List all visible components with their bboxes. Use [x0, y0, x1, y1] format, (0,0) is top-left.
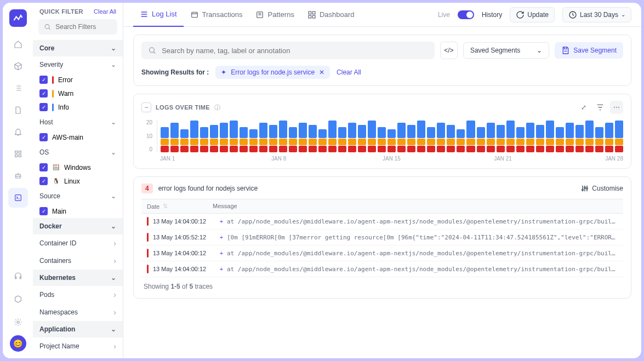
live-label: Live: [438, 11, 450, 19]
save-segment-button[interactable]: Save Segment: [555, 42, 623, 59]
results-for-label: Showing Results for :: [141, 68, 209, 76]
filter-subgroup[interactable]: Container ID: [33, 234, 123, 252]
svg-rect-12: [309, 12, 311, 14]
th-message[interactable]: Message: [213, 203, 618, 210]
tab-transactions[interactable]: Transactions: [184, 3, 249, 27]
quick-filter-title: QUICK FILTER: [39, 8, 83, 15]
filter-checkbox[interactable]: ✓AWS-main: [33, 130, 123, 144]
svg-rect-2: [15, 154, 17, 157]
svg-rect-3: [19, 154, 21, 157]
expand-log-icon[interactable]: +: [216, 266, 227, 272]
pager: Showing 1-5 of 5 traces: [141, 277, 623, 291]
filter-checkbox[interactable]: ✓Main: [33, 204, 123, 218]
subgroup-host[interactable]: Host: [33, 114, 123, 130]
sliders-icon: [580, 184, 589, 193]
info-icon[interactable]: ⓘ: [214, 104, 220, 112]
th-date[interactable]: Date⇅: [147, 203, 213, 210]
group-core[interactable]: Core: [33, 40, 123, 56]
filter-icon[interactable]: [594, 101, 607, 114]
results-panel: 4 error logs found for nodejs service Cu…: [133, 176, 631, 299]
log-row[interactable]: 13 May 14:04:00:12+at /app/node_modules/…: [141, 245, 623, 261]
code-button[interactable]: </>: [440, 42, 458, 59]
logo[interactable]: [9, 9, 27, 27]
svg-point-20: [586, 188, 588, 190]
filter-subgroup[interactable]: Namespaces: [33, 303, 123, 321]
log-row[interactable]: 13 May 14:04:00:12+at /app/node_modules/…: [141, 214, 623, 230]
clear-all-link[interactable]: Clear All: [337, 68, 361, 76]
subgroup-source[interactable]: Source: [33, 188, 123, 204]
main-search-input[interactable]: [141, 42, 435, 59]
live-toggle[interactable]: [458, 10, 474, 19]
group-docker[interactable]: Docker: [33, 218, 123, 234]
subgroup-os[interactable]: OS: [33, 144, 123, 161]
saved-segments-dropdown[interactable]: Saved Segments⌄: [463, 42, 549, 59]
avatar[interactable]: 😊: [10, 335, 26, 352]
tab-patterns[interactable]: Patterns: [249, 3, 300, 27]
group-application[interactable]: Application: [33, 321, 123, 337]
nav-cube-icon[interactable]: [8, 56, 28, 76]
customise-button[interactable]: Customise: [580, 184, 623, 193]
nav-home-icon[interactable]: [8, 35, 28, 54]
expand-log-icon[interactable]: +: [216, 234, 227, 240]
expand-icon[interactable]: ⤢: [577, 101, 590, 114]
svg-rect-10: [191, 12, 197, 17]
subgroup-severity[interactable]: Severity: [33, 56, 123, 73]
log-row[interactable]: 13 May 14:05:52:12+[0m [91mERROR[0m [37m…: [141, 230, 623, 245]
nav-file-icon[interactable]: [8, 100, 28, 120]
filter-subgroup[interactable]: Project Name: [33, 337, 123, 355]
filter-checkbox[interactable]: ✓Error: [33, 73, 123, 87]
nav-logs-icon[interactable]: [8, 188, 28, 208]
filter-checkbox[interactable]: ✓Warn: [33, 87, 123, 100]
svg-point-8: [17, 321, 19, 323]
chevron-down-icon: ⌄: [537, 47, 542, 54]
nav-bell-icon[interactable]: [8, 122, 28, 142]
nav-settings-icon[interactable]: [8, 312, 28, 332]
filter-checkbox[interactable]: ✓Info: [33, 100, 123, 114]
date-range-button[interactable]: Last 30 Days ⌄: [562, 7, 631, 22]
filter-checkbox[interactable]: ✓🪟Windows: [33, 161, 123, 174]
svg-rect-1: [19, 151, 21, 153]
group-kubernetes[interactable]: Kubernetes: [33, 270, 123, 286]
svg-point-9: [45, 25, 49, 29]
more-icon[interactable]: ⋯: [610, 101, 623, 114]
collapse-chart-button[interactable]: −: [141, 102, 151, 112]
clock-icon: [568, 10, 577, 19]
chevron-down-icon: ⌄: [621, 12, 625, 18]
nav-headset-icon[interactable]: [8, 266, 28, 286]
results-text: error logs found for nodejs service: [158, 185, 258, 192]
chart-bars: [157, 119, 623, 152]
svg-point-5: [16, 176, 17, 176]
filter-subgroup[interactable]: Pods: [33, 286, 123, 303]
nav-bot-icon[interactable]: [8, 166, 28, 186]
tab-dashboard[interactable]: Dashboard: [301, 3, 361, 27]
clear-all-filters[interactable]: Clear All: [94, 8, 116, 15]
nav-box-icon[interactable]: [8, 289, 28, 309]
expand-log-icon[interactable]: +: [216, 250, 227, 256]
chart-y-axis: 20100: [141, 119, 157, 152]
nav-grid-icon[interactable]: [8, 144, 28, 164]
error-count-badge: 4: [141, 184, 153, 193]
icon-sidebar: 😊: [3, 3, 33, 358]
svg-point-6: [19, 176, 19, 176]
chart-title: LOGS OVER TIME: [156, 104, 210, 111]
chart-panel: − LOGS OVER TIME ⓘ ⤢ ⋯ 20100 JAN 1JAN 8J…: [133, 94, 631, 169]
svg-rect-15: [312, 15, 315, 18]
refresh-icon: [516, 10, 525, 19]
update-button[interactable]: Update: [510, 7, 555, 22]
svg-point-18: [582, 189, 584, 191]
chip-remove-icon[interactable]: ✕: [319, 68, 324, 76]
filter-chip[interactable]: ✦ Error logs for node.js service ✕: [215, 66, 330, 79]
search-filters-input[interactable]: [38, 19, 117, 35]
expand-log-icon[interactable]: +: [216, 218, 227, 225]
svg-point-19: [584, 187, 586, 188]
filter-sidebar: QUICK FILTER Clear All Core Severity ✓Er…: [33, 3, 123, 358]
chart-x-axis: JAN 1JAN 8JAN 15JAN 21JAN 28: [160, 156, 623, 162]
search-panel: </> Saved Segments⌄ Save Segment Showing…: [133, 35, 631, 86]
filter-subgroup[interactable]: Containers: [33, 252, 123, 270]
log-row[interactable]: 13 May 14:04:00:12+at /app/node_modules/…: [141, 261, 623, 277]
history-label: History: [482, 11, 502, 19]
search-icon: [148, 46, 156, 55]
nav-list-icon[interactable]: [8, 78, 28, 98]
tab-log-list[interactable]: Log List: [133, 3, 184, 27]
filter-checkbox[interactable]: ✓🐧Linux: [33, 174, 123, 188]
